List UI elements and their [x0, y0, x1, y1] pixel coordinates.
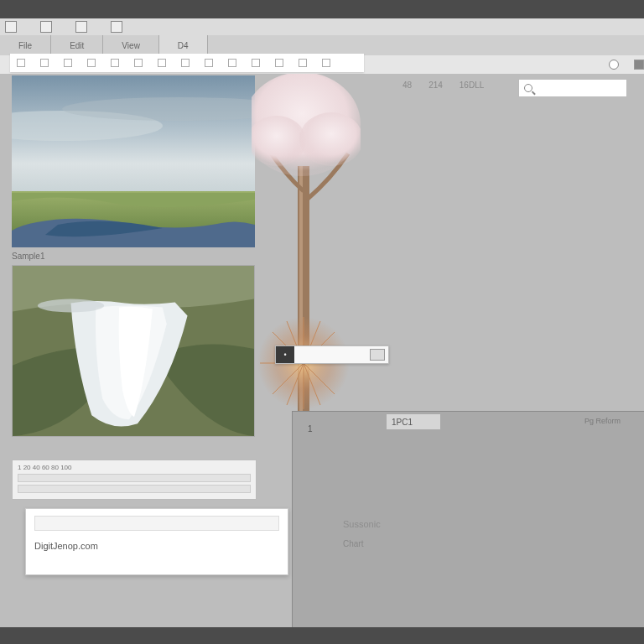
canvas-landscape[interactable] — [12, 75, 255, 247]
mini-icon[interactable] — [111, 59, 119, 67]
mini-icon[interactable] — [275, 59, 283, 67]
status-bar — [0, 627, 644, 644]
tab-edit[interactable]: Edit — [51, 35, 103, 55]
float-end-icon[interactable] — [370, 349, 385, 361]
svg-point-10 — [299, 112, 361, 166]
svg-line-18 — [273, 363, 304, 394]
search-icon — [524, 84, 532, 92]
property-readout: 48 214 16DLL — [402, 80, 484, 90]
svg-line-22 — [287, 363, 304, 405]
quick-access-toolbar — [0, 18, 644, 35]
timeline-panel[interactable]: 1 20 40 60 80 100 — [12, 460, 257, 500]
mini-icon[interactable] — [228, 59, 236, 67]
title-bar — [0, 0, 644, 18]
mini-icon[interactable] — [134, 59, 143, 67]
record-icon[interactable] — [609, 60, 619, 70]
mini-icon[interactable] — [181, 59, 190, 67]
qa-icon-4[interactable] — [111, 21, 122, 33]
mini-icon[interactable] — [40, 59, 49, 67]
tab-view[interactable]: View — [103, 35, 159, 55]
timeline-track[interactable] — [18, 474, 251, 482]
svg-line-23 — [304, 363, 320, 405]
properties-panel: 1 1PC1 Pg Reform Sussonic Chart 70 P1DA — [292, 411, 644, 631]
panel-section-title: Sussonic — [343, 519, 381, 529]
qa-icon-2[interactable] — [40, 21, 52, 33]
prop-value: 48 — [402, 80, 412, 90]
script-panel: DigitJenop.com — [25, 508, 288, 575]
mini-icon[interactable] — [17, 59, 25, 67]
script-input-row[interactable] — [34, 516, 279, 531]
thumbnail-label: Sample1 — [12, 252, 44, 261]
search-input[interactable] — [518, 79, 627, 97]
prop-value: 16DLL — [460, 80, 484, 90]
color-swatch[interactable] — [634, 60, 644, 70]
svg-point-5 — [38, 299, 104, 313]
panel-subtitle: Chart — [343, 539, 363, 548]
document-tabs: File Edit View D4 — [0, 35, 644, 55]
mini-icon[interactable] — [87, 59, 96, 67]
svg-line-19 — [304, 363, 335, 394]
timeline-track[interactable] — [18, 485, 251, 493]
mini-icon[interactable] — [64, 59, 72, 67]
mini-icon[interactable] — [252, 59, 260, 67]
qa-icon-1[interactable] — [5, 21, 17, 33]
mini-icon[interactable] — [299, 59, 307, 67]
panel-tab[interactable]: 1 — [308, 424, 313, 434]
panel-value-field[interactable]: 1PC1 — [387, 414, 440, 429]
mini-icon[interactable] — [158, 59, 166, 67]
tab-file[interactable]: File — [0, 35, 51, 55]
tab-d4[interactable]: D4 — [159, 35, 208, 55]
mini-icon[interactable] — [205, 59, 213, 67]
timeline-ruler: 1 20 40 60 80 100 — [18, 464, 251, 471]
canvas-waterfall[interactable] — [12, 265, 255, 437]
script-source-label: DigitJenop.com — [34, 541, 279, 551]
prop-value: 214 — [428, 80, 443, 90]
float-move-icon[interactable]: • — [276, 346, 294, 363]
qa-icon-3[interactable] — [75, 21, 87, 33]
svg-point-9 — [252, 116, 306, 166]
panel-meta: Pg Reform — [584, 417, 621, 425]
secondary-toolbar — [10, 54, 364, 72]
mini-icon[interactable] — [322, 59, 330, 67]
svg-point-8 — [252, 74, 361, 176]
floating-toolbar[interactable]: • — [275, 345, 389, 364]
